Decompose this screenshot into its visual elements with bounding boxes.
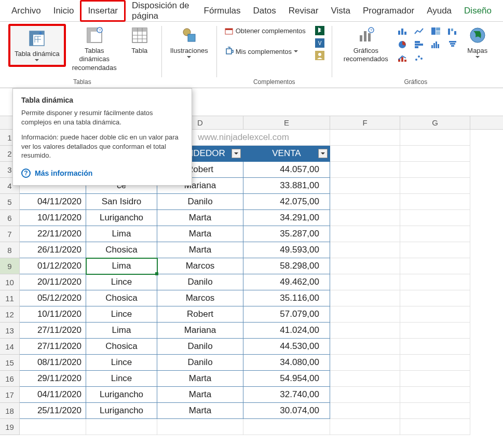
- cell[interactable]: 26/11/2020: [20, 242, 86, 258]
- row-header[interactable]: 14: [0, 339, 20, 355]
- row-header[interactable]: 9: [0, 258, 20, 274]
- row-header[interactable]: 10: [0, 274, 20, 290]
- cell[interactable]: [400, 306, 470, 323]
- recommended-charts-button[interactable]: ? Gráficos recomendados: [337, 24, 395, 66]
- illustrations-button[interactable]: Ilustraciones: [167, 24, 211, 61]
- column-chart-button[interactable]: [396, 25, 410, 37]
- cell[interactable]: [400, 274, 470, 290]
- cell[interactable]: Danilo: [157, 355, 243, 371]
- cell[interactable]: Danilo: [157, 194, 243, 210]
- bar-chart-button[interactable]: [412, 38, 427, 51]
- cell[interactable]: [400, 210, 470, 226]
- cell[interactable]: Marta: [157, 226, 243, 242]
- menu-ayuda[interactable]: Ayuda: [420, 2, 458, 20]
- my-addins-button[interactable]: Mis complementos: [222, 46, 308, 57]
- col-header-f[interactable]: F: [330, 116, 400, 129]
- cell[interactable]: Lince: [86, 355, 157, 371]
- cell[interactable]: 57.079,00: [243, 306, 330, 323]
- cell[interactable]: 30.074,00: [243, 403, 330, 419]
- cell[interactable]: 41.024,00: [243, 323, 330, 339]
- bing-maps-button[interactable]: [313, 25, 327, 36]
- cell[interactable]: [330, 162, 400, 178]
- row-header[interactable]: 5: [0, 194, 20, 210]
- cell[interactable]: Marta: [157, 403, 243, 419]
- cell[interactable]: San Isidro: [86, 194, 157, 210]
- cell[interactable]: [330, 306, 400, 323]
- cell[interactable]: [400, 290, 470, 306]
- cell[interactable]: Lince: [86, 371, 157, 387]
- pie-chart-button[interactable]: [396, 38, 410, 51]
- histogram-button[interactable]: [429, 38, 443, 51]
- menu-diseno[interactable]: Diseño: [458, 2, 498, 20]
- cell[interactable]: 27/11/2020: [20, 323, 86, 339]
- table-button[interactable]: Tabla: [123, 24, 156, 57]
- col-header-g[interactable]: G: [400, 116, 470, 129]
- cell[interactable]: [330, 178, 400, 194]
- cell[interactable]: Marta: [157, 371, 243, 387]
- cell[interactable]: 04/11/2020: [20, 387, 86, 403]
- cell[interactable]: 25/11/2020: [20, 403, 86, 419]
- menu-inicio[interactable]: Inicio: [47, 2, 80, 20]
- cell[interactable]: [330, 194, 400, 210]
- cell[interactable]: [400, 258, 470, 274]
- cell[interactable]: [330, 242, 400, 258]
- cell[interactable]: Lima: [86, 226, 157, 242]
- row-header[interactable]: 11: [0, 290, 20, 306]
- line-chart-button[interactable]: [412, 25, 427, 37]
- cell[interactable]: 33.881,00: [243, 178, 330, 194]
- cell[interactable]: [330, 210, 400, 226]
- cell[interactable]: 35.287,00: [243, 226, 330, 242]
- cell[interactable]: [400, 194, 470, 210]
- cell[interactable]: Chosica: [86, 242, 157, 258]
- cell[interactable]: 32.740,00: [243, 387, 330, 403]
- funnel-chart-button[interactable]: [445, 38, 460, 51]
- cell[interactable]: Lince: [86, 274, 157, 290]
- scatter-chart-button[interactable]: [412, 52, 427, 64]
- cell[interactable]: [400, 323, 470, 339]
- cell[interactable]: [330, 226, 400, 242]
- cell[interactable]: [330, 339, 400, 355]
- menu-datos[interactable]: Datos: [247, 2, 282, 20]
- people-graph-button[interactable]: [313, 50, 327, 61]
- cell[interactable]: 34.080,00: [243, 355, 330, 371]
- cell[interactable]: 22/11/2020: [20, 226, 86, 242]
- menu-revisar[interactable]: Revisar: [282, 2, 325, 20]
- cell[interactable]: Mariana: [157, 323, 243, 339]
- cell[interactable]: [330, 387, 400, 403]
- row-header[interactable]: 15: [0, 355, 20, 371]
- cell[interactable]: 34.291,00: [243, 210, 330, 226]
- menu-formulas[interactable]: Fórmulas: [198, 2, 247, 20]
- cell[interactable]: 49.593,00: [243, 242, 330, 258]
- row-header[interactable]: 18: [0, 403, 20, 419]
- filter-button[interactable]: [232, 149, 241, 158]
- cell[interactable]: Chosica: [86, 290, 157, 306]
- get-addins-button[interactable]: Obtener complementos: [222, 25, 308, 36]
- row-header[interactable]: 13: [0, 323, 20, 339]
- cell[interactable]: [400, 162, 470, 178]
- cell[interactable]: Lurigancho: [86, 403, 157, 419]
- cell[interactable]: 44.530,00: [243, 339, 330, 355]
- cell[interactable]: [400, 226, 470, 242]
- cell[interactable]: 27/11/2020: [20, 339, 86, 355]
- cell[interactable]: 58.298,00: [243, 258, 330, 274]
- menu-vista[interactable]: Vista: [324, 2, 357, 20]
- cell[interactable]: 35.116,00: [243, 290, 330, 306]
- cell[interactable]: Marcos: [157, 258, 243, 274]
- menu-programador[interactable]: Programador: [357, 2, 420, 20]
- hierarchy-chart-button[interactable]: [429, 25, 443, 37]
- cell[interactable]: [330, 355, 400, 371]
- row-header[interactable]: 17: [0, 387, 20, 403]
- cell[interactable]: Chosica: [86, 339, 157, 355]
- cell[interactable]: [400, 403, 470, 419]
- cell[interactable]: 54.954,00: [243, 371, 330, 387]
- row-header[interactable]: 16: [0, 371, 20, 387]
- maps-button[interactable]: Mapas: [461, 24, 494, 61]
- cell[interactable]: Marta: [157, 242, 243, 258]
- cell[interactable]: Lurigancho: [86, 210, 157, 226]
- waterfall-chart-button[interactable]: [445, 25, 460, 37]
- cell[interactable]: [330, 258, 400, 274]
- cell[interactable]: 04/11/2020: [20, 194, 86, 210]
- row-header[interactable]: 6: [0, 210, 20, 226]
- cell[interactable]: 08/11/2020: [20, 355, 86, 371]
- cell[interactable]: 29/11/2020: [20, 371, 86, 387]
